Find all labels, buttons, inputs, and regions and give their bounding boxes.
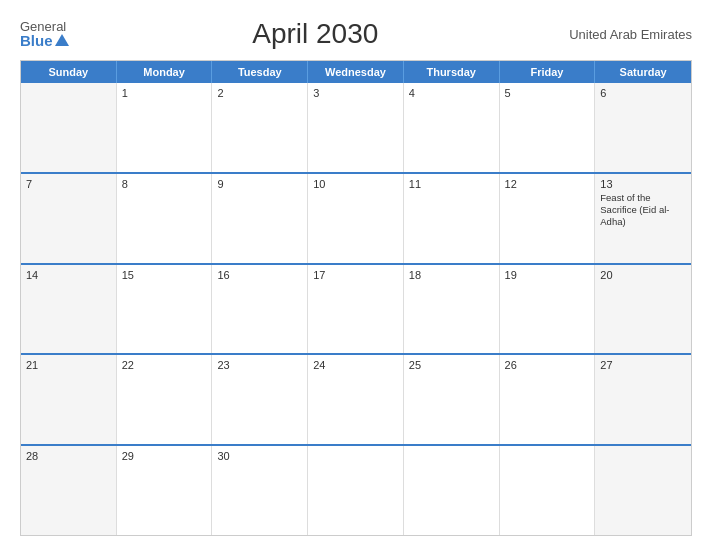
logo-blue-text: Blue — [20, 33, 69, 48]
cal-cell-1-5: 12 — [500, 174, 596, 263]
day-number: 19 — [505, 269, 590, 281]
calendar-grid: SundayMondayTuesdayWednesdayThursdayFrid… — [20, 60, 692, 536]
cal-cell-2-0: 14 — [21, 265, 117, 354]
cal-cell-2-4: 18 — [404, 265, 500, 354]
header-day-wednesday: Wednesday — [308, 61, 404, 83]
header: General Blue April 2030 United Arab Emir… — [20, 18, 692, 50]
logo: General Blue — [20, 20, 69, 48]
cal-cell-0-1: 1 — [117, 83, 213, 172]
header-day-monday: Monday — [117, 61, 213, 83]
cal-cell-0-2: 2 — [212, 83, 308, 172]
day-number: 3 — [313, 87, 398, 99]
cal-cell-0-4: 4 — [404, 83, 500, 172]
cal-cell-2-6: 20 — [595, 265, 691, 354]
day-number: 1 — [122, 87, 207, 99]
cal-cell-4-0: 28 — [21, 446, 117, 535]
week-row-3: 21222324252627 — [21, 353, 691, 444]
cal-cell-4-1: 29 — [117, 446, 213, 535]
cal-cell-1-2: 9 — [212, 174, 308, 263]
cal-cell-2-3: 17 — [308, 265, 404, 354]
calendar-header-row: SundayMondayTuesdayWednesdayThursdayFrid… — [21, 61, 691, 83]
day-number: 13 — [600, 178, 686, 190]
header-day-sunday: Sunday — [21, 61, 117, 83]
cal-cell-0-3: 3 — [308, 83, 404, 172]
cal-cell-4-4 — [404, 446, 500, 535]
week-row-4: 282930 — [21, 444, 691, 535]
cal-cell-2-2: 16 — [212, 265, 308, 354]
day-number: 18 — [409, 269, 494, 281]
week-row-0: 123456 — [21, 83, 691, 172]
cal-cell-1-0: 7 — [21, 174, 117, 263]
day-number: 7 — [26, 178, 111, 190]
cal-cell-2-1: 15 — [117, 265, 213, 354]
cal-cell-1-6: 13Feast of the Sacrifice (Eid al-Adha) — [595, 174, 691, 263]
day-number: 11 — [409, 178, 494, 190]
day-number: 26 — [505, 359, 590, 371]
cal-cell-3-4: 25 — [404, 355, 500, 444]
cal-cell-4-6 — [595, 446, 691, 535]
day-number: 21 — [26, 359, 111, 371]
day-number: 9 — [217, 178, 302, 190]
cal-cell-0-6: 6 — [595, 83, 691, 172]
week-row-1: 78910111213Feast of the Sacrifice (Eid a… — [21, 172, 691, 263]
cal-cell-1-3: 10 — [308, 174, 404, 263]
day-number: 12 — [505, 178, 590, 190]
header-day-thursday: Thursday — [404, 61, 500, 83]
calendar-page: General Blue April 2030 United Arab Emir… — [0, 0, 712, 550]
country-label: United Arab Emirates — [562, 27, 692, 42]
day-number: 6 — [600, 87, 686, 99]
cal-cell-3-2: 23 — [212, 355, 308, 444]
cal-cell-1-4: 11 — [404, 174, 500, 263]
day-number: 28 — [26, 450, 111, 462]
day-number: 29 — [122, 450, 207, 462]
logo-triangle-icon — [55, 34, 69, 46]
cal-cell-3-1: 22 — [117, 355, 213, 444]
cal-cell-4-2: 30 — [212, 446, 308, 535]
day-number: 27 — [600, 359, 686, 371]
header-day-tuesday: Tuesday — [212, 61, 308, 83]
day-number: 8 — [122, 178, 207, 190]
cal-cell-4-5 — [500, 446, 596, 535]
day-number: 23 — [217, 359, 302, 371]
cal-cell-3-0: 21 — [21, 355, 117, 444]
day-number: 24 — [313, 359, 398, 371]
day-number: 10 — [313, 178, 398, 190]
day-number: 22 — [122, 359, 207, 371]
day-number: 17 — [313, 269, 398, 281]
day-number: 15 — [122, 269, 207, 281]
cal-cell-0-5: 5 — [500, 83, 596, 172]
cal-cell-3-3: 24 — [308, 355, 404, 444]
calendar-body: 12345678910111213Feast of the Sacrifice … — [21, 83, 691, 535]
cal-cell-3-5: 26 — [500, 355, 596, 444]
event-label: Feast of the Sacrifice (Eid al-Adha) — [600, 192, 686, 229]
cal-cell-0-0 — [21, 83, 117, 172]
week-row-2: 14151617181920 — [21, 263, 691, 354]
day-number: 14 — [26, 269, 111, 281]
calendar-title: April 2030 — [69, 18, 562, 50]
cal-cell-4-3 — [308, 446, 404, 535]
cal-cell-2-5: 19 — [500, 265, 596, 354]
day-number: 16 — [217, 269, 302, 281]
day-number: 5 — [505, 87, 590, 99]
day-number: 4 — [409, 87, 494, 99]
day-number: 20 — [600, 269, 686, 281]
header-day-friday: Friday — [500, 61, 596, 83]
cal-cell-3-6: 27 — [595, 355, 691, 444]
day-number: 30 — [217, 450, 302, 462]
cal-cell-1-1: 8 — [117, 174, 213, 263]
day-number: 25 — [409, 359, 494, 371]
day-number: 2 — [217, 87, 302, 99]
header-day-saturday: Saturday — [595, 61, 691, 83]
